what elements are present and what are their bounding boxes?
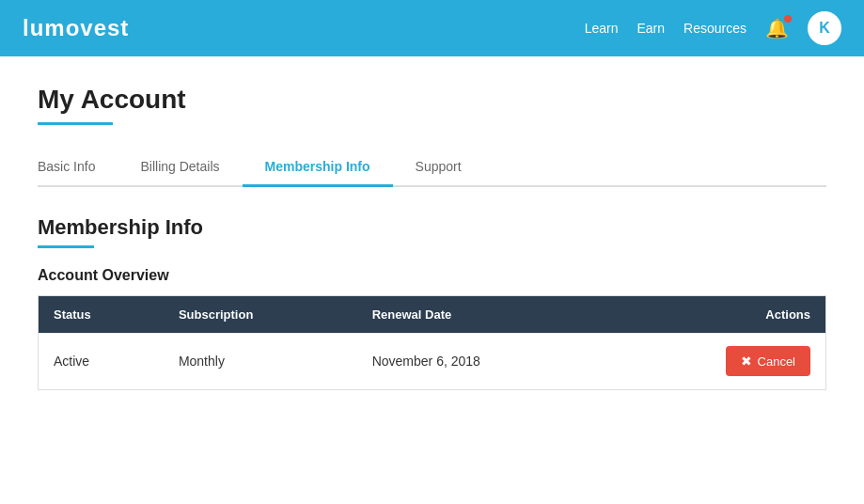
page-title-underline [38,122,113,125]
account-overview-table: Status Subscription Renewal Date Actions… [38,295,826,390]
tab-basic-info[interactable]: Basic Info [38,148,118,185]
tab-membership-info[interactable]: Membership Info [243,148,393,185]
navbar-right: Learn Earn Resources 🔔 K [585,11,841,45]
cell-status: Active [39,333,164,390]
col-header-status: Status [39,296,164,334]
tabs-bar: Basic Info Billing Details Membership In… [38,148,826,187]
notification-dot [784,15,792,23]
nav-resources-link[interactable]: Resources [683,21,746,36]
nav-learn-link[interactable]: Learn [585,21,619,36]
cancel-icon: ✖ [741,354,752,369]
notification-bell[interactable]: 🔔 [765,17,789,39]
cell-subscription: Monthly [164,333,357,390]
page-content: My Account Basic Info Billing Details Me… [0,56,864,418]
user-avatar[interactable]: K [808,11,841,45]
section-title-underline [38,245,94,248]
cancel-button-label: Cancel [758,354,795,369]
brand-logo: lumovest [23,15,129,41]
table-header: Status Subscription Renewal Date Actions [39,296,826,334]
tab-billing-details[interactable]: Billing Details [118,148,242,185]
page-title: My Account [38,85,826,115]
col-header-subscription: Subscription [164,296,357,334]
table-body: Active Monthly November 6, 2018 ✖ Cancel [39,333,826,390]
table-row: Active Monthly November 6, 2018 ✖ Cancel [39,333,826,390]
col-header-renewal-date: Renewal Date [357,296,613,334]
col-header-actions: Actions [612,296,825,334]
cell-actions: ✖ Cancel [612,333,825,390]
subsection-title: Account Overview [38,267,826,284]
nav-earn-link[interactable]: Earn [637,21,666,36]
section-title: Membership Info [38,215,826,240]
cell-renewal-date: November 6, 2018 [357,333,613,390]
navbar: lumovest Learn Earn Resources 🔔 K [0,0,864,56]
tab-support[interactable]: Support [393,148,484,185]
cancel-button[interactable]: ✖ Cancel [726,346,810,376]
